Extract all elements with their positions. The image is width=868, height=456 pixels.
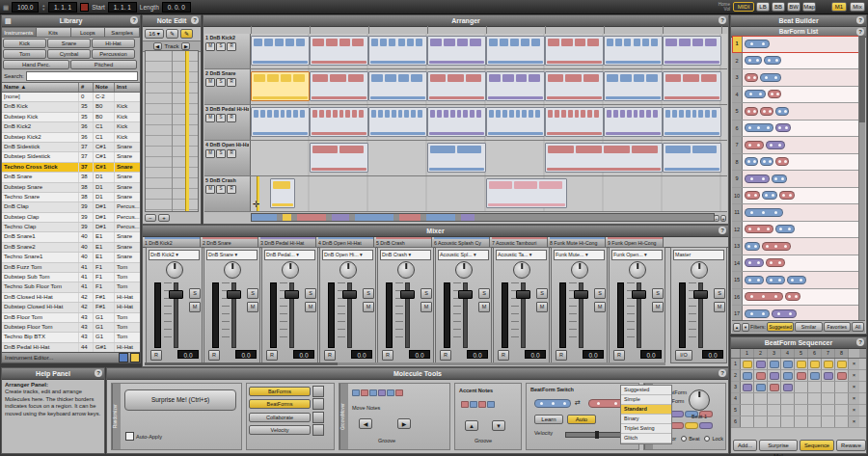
library-row[interactable]: DnB Clap39D#1Percus... [2, 202, 140, 212]
tempo-display[interactable]: 100.0 [12, 2, 39, 13]
solo-button[interactable]: S [247, 288, 258, 299]
record-button[interactable]: R [382, 350, 393, 361]
clip[interactable] [427, 143, 486, 173]
mixer-help-icon[interactable]: ? [719, 227, 726, 234]
sequencer-cell[interactable] [741, 382, 754, 392]
sequencer-cell[interactable] [795, 359, 808, 369]
offset-display[interactable]: 0. 0. 0 [162, 2, 191, 13]
solo-button[interactable]: S [305, 288, 316, 299]
list-down-button[interactable]: ▼ [742, 323, 749, 332]
sequencer-row-delete-button[interactable]: × [849, 382, 859, 392]
list-up-button[interactable]: ▲ [733, 323, 741, 332]
library-row[interactable]: DnB Kick35B0Kick [2, 102, 140, 112]
sequencer-cell[interactable] [822, 382, 835, 392]
clip[interactable] [604, 36, 663, 66]
zoom-in-button[interactable]: + [720, 215, 726, 222]
barform-row-14[interactable]: 14 [732, 255, 859, 273]
mute-button[interactable]: M [536, 302, 548, 312]
library-row[interactable]: DnB Closed Hi-Hat42F#1Hi-Hat [2, 293, 140, 303]
clip[interactable] [545, 36, 604, 66]
sequencer-cell[interactable] [768, 405, 781, 416]
fader-handle[interactable] [458, 290, 473, 299]
molecule-help-icon[interactable]: ? [719, 369, 726, 377]
sequencer-cell[interactable] [741, 405, 754, 416]
editor-yellow-icon[interactable] [130, 353, 140, 362]
category-percussion[interactable]: Percussion [92, 49, 135, 59]
move-right-button[interactable]: ▶ [397, 418, 411, 429]
topbar-button-bb[interactable]: BB [772, 2, 785, 12]
fader-handle[interactable] [169, 290, 183, 299]
mode-icon-button[interactable] [312, 424, 324, 436]
beat-builder-help-icon[interactable]: ? [856, 16, 864, 24]
pan-knob[interactable] [282, 261, 299, 279]
clip[interactable] [486, 107, 545, 137]
sequencer-button-sequence[interactable]: Sequence [800, 440, 834, 451]
library-row[interactable]: DnB Floor Tom43G1Tom [2, 313, 140, 323]
solo-button[interactable]: S [216, 42, 226, 51]
style-option-suggested[interactable]: Suggested [621, 386, 671, 395]
library-row[interactable]: Techno Snare140E1Snare [2, 253, 140, 262]
move-left-button[interactable]: ◀ [359, 418, 372, 429]
clip[interactable] [486, 71, 545, 101]
column-header-note[interactable]: Note [94, 83, 115, 92]
clip[interactable] [486, 178, 567, 208]
pan-knob[interactable] [166, 261, 183, 279]
mixer-tab[interactable]: 6 Acoustic Splash Cy [432, 237, 490, 247]
library-row[interactable]: DnB Snare240E1Snare [2, 243, 140, 253]
mixer-tab[interactable]: 5 DnB Crash [374, 237, 432, 247]
channel-name-select[interactable]: Funk Open... ▾ [611, 250, 663, 260]
sequencer-cell[interactable] [808, 405, 822, 416]
fader-handle[interactable] [285, 290, 299, 299]
solo-button[interactable]: S [594, 288, 606, 299]
column-header-inst[interactable]: Inst [115, 83, 140, 92]
sequencer-cell[interactable] [754, 359, 768, 369]
clip[interactable] [427, 71, 486, 101]
fader-handle[interactable] [227, 290, 241, 299]
library-row[interactable]: Dubstep Floor Tom43G1Tom [2, 323, 140, 333]
mixer-tab[interactable]: 8 Funk Mute Hi-Cong [548, 237, 606, 247]
pan-knob[interactable] [397, 261, 415, 279]
sequencer-cell[interactable] [768, 359, 781, 369]
barform-scrollbar[interactable] [858, 36, 865, 320]
sequencer-cell[interactable] [808, 370, 822, 381]
library-row[interactable]: Dubstep Snare38D1Snare [2, 183, 140, 193]
sequencer-cell[interactable] [768, 416, 781, 427]
beat-knob[interactable] [689, 389, 710, 411]
library-row[interactable]: DnB Snare38D1Snare [2, 173, 140, 182]
channel-name-select[interactable]: Funk Mute... ▾ [554, 250, 605, 260]
style-option-standard[interactable]: Standard [621, 405, 671, 415]
solo-button[interactable]: S [216, 78, 226, 87]
category-hand-perc-[interactable]: Hand Perc. [3, 60, 69, 69]
pan-knob[interactable] [629, 261, 646, 279]
style-radio-lock[interactable]: Lock [704, 434, 723, 443]
track-header-1[interactable]: 1 DnB Kick2MSR [204, 34, 251, 68]
channel-name-select[interactable]: DnB Snare ▾ [206, 250, 258, 260]
filter-all[interactable]: All [852, 322, 864, 332]
sequencer-row-delete-button[interactable]: × [849, 393, 859, 404]
sequencer-cell[interactable] [741, 416, 754, 427]
category-snare[interactable]: Snare [47, 39, 91, 48]
mixer-tab[interactable]: 9 Funk Open Hi-Cong [606, 237, 664, 247]
arranger-overview-scrollbar[interactable] [251, 213, 715, 222]
fader-handle[interactable] [632, 290, 646, 299]
solo-button[interactable]: S [363, 288, 374, 299]
record-button[interactable]: R [613, 350, 625, 361]
switch-source-beatform[interactable] [534, 399, 571, 408]
sequencer-cell[interactable] [768, 393, 781, 404]
pan-knob[interactable] [455, 261, 473, 279]
mute-button[interactable]: M [478, 302, 490, 312]
mix-button[interactable]: Mix [850, 2, 865, 12]
track-lane-2[interactable] [251, 69, 727, 104]
clip[interactable] [310, 71, 368, 101]
sequencer-cell[interactable] [808, 393, 822, 404]
search-input[interactable] [26, 71, 138, 81]
mode-button-collaborate[interactable]: Collaborate [249, 413, 311, 422]
library-row[interactable]: Dubstep Clap39D#1Percus... [2, 213, 140, 223]
channel-name-select[interactable]: DnB Open Hi... ▾ [322, 250, 373, 260]
sequencer-button-surprise-me-[interactable]: Surprise Me! [759, 440, 798, 451]
mixer-tab[interactable]: 4 DnB Open Hi-Hat [316, 237, 374, 247]
mute-button[interactable]: M [205, 114, 215, 122]
category-kick[interactable]: Kick [3, 39, 46, 48]
filter-suggested[interactable]: Suggested [767, 322, 794, 332]
clip[interactable] [310, 36, 368, 66]
